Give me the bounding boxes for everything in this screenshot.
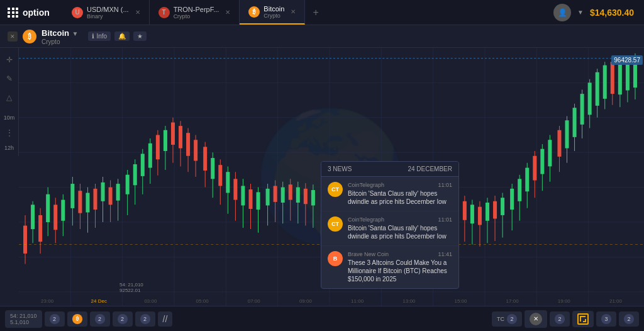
symbol-bar: ✕ ₿ Bitcoin ▼ Crypto ℹ Info 🔔 ★ — [0, 25, 644, 48]
chart-area[interactable]: 🌍 96428.57 — [19, 48, 644, 306]
svg-rect-168 — [603, 65, 607, 99]
sidebar-draw[interactable]: ✎ — [3, 72, 16, 86]
svg-rect-48 — [133, 164, 137, 185]
bottom-badge-count-3: 2 — [118, 314, 128, 324]
news-icon-3: B — [328, 251, 343, 266]
tab-close-tron[interactable]: ✕ — [225, 9, 230, 16]
svg-rect-158 — [565, 120, 569, 148]
svg-rect-134 — [470, 205, 474, 223]
svg-rect-76 — [241, 186, 245, 205]
nav-right: 👤 ▼ $14,630.40 — [543, 4, 644, 21]
bottom-badge-count-2: 2 — [95, 314, 105, 324]
sidebar-crosshair[interactable]: ✛ — [3, 53, 16, 67]
bottom-badge-count-7: 2 — [624, 314, 634, 324]
tab-label-usdmxn: USD/MXN (... Binary — [87, 6, 129, 20]
news-meta-1: CoinTelegraph 11:01 — [348, 182, 452, 188]
svg-rect-144 — [510, 189, 514, 210]
logo-icon — [8, 8, 19, 18]
left-sidebar: ✛ ✎ △ 10m ⋮ 12h — [0, 48, 19, 156]
svg-rect-30 — [61, 200, 65, 221]
bell-icon: 🔔 — [118, 33, 126, 40]
bottom-price-info[interactable]: 54: 21,0105.1,010 — [5, 310, 42, 328]
svg-rect-54 — [156, 135, 160, 160]
bottom-badge-2-3[interactable]: 2 — [113, 311, 133, 327]
news-item-2[interactable]: CT CoinTelegraph 11:01 Bitcoin 'Santa Cl… — [321, 211, 458, 246]
bottom-badge-2-4[interactable]: 2 — [135, 311, 155, 327]
news-source-1: CoinTelegraph — [348, 182, 384, 188]
logo[interactable]: option — [0, 8, 63, 18]
svg-rect-50 — [141, 154, 145, 176]
svg-rect-156 — [557, 130, 561, 157]
news-item-3[interactable]: B Brave New Coin 11:41 These 3 Altcoins … — [321, 246, 458, 288]
bottom-badge-3[interactable]: 3 — [596, 311, 616, 327]
sidebar-timeframe-10m[interactable]: 10m — [4, 115, 15, 121]
tab-bitcoin[interactable]: ₿ Bitcoin Crypto ✕ — [240, 0, 305, 25]
svg-rect-138 — [486, 203, 489, 221]
chart-price-display: 54: 21,010 92522.01 — [119, 282, 143, 293]
bottom-badge-2-5[interactable]: 2 — [550, 311, 570, 327]
bottom-badge-2-2[interactable]: 2 — [90, 311, 110, 327]
tab-tron[interactable]: T TRON-PerpF... Crypto ✕ — [150, 0, 240, 25]
bottom-yellow-corner[interactable] — [572, 311, 594, 327]
time-tick-11: 19:00 — [538, 298, 590, 304]
bottom-badge-count-1: 2 — [50, 314, 60, 324]
svg-rect-86 — [281, 188, 285, 203]
bottom-slash-item[interactable]: // — [158, 311, 173, 327]
svg-rect-136 — [478, 207, 482, 225]
favorite-button[interactable]: ★ — [133, 31, 147, 41]
svg-rect-44 — [116, 184, 120, 201]
user-dropdown-arrow[interactable]: ▼ — [577, 9, 584, 16]
symbol-close-button[interactable]: ✕ — [8, 31, 18, 42]
svg-rect-72 — [226, 172, 230, 193]
svg-rect-66 — [203, 147, 207, 171]
svg-rect-32 — [70, 184, 74, 208]
svg-rect-24 — [38, 215, 42, 242]
svg-rect-38 — [93, 189, 97, 210]
news-item-1[interactable]: CT CoinTelegraph 11:01 Bitcoin 'Santa Cl… — [321, 177, 458, 211]
sidebar-timeframe-12h[interactable]: 12h — [4, 145, 14, 151]
notifications-button[interactable]: 🔔 — [114, 31, 130, 41]
sidebar-shapes[interactable]: △ — [3, 91, 16, 104]
news-title-1: Bitcoin 'Santa Claus rally' hopes dwindl… — [348, 189, 452, 206]
news-meta-2: CoinTelegraph 11:01 — [348, 216, 452, 223]
tab-close-bitcoin[interactable]: ✕ — [291, 8, 296, 15]
svg-rect-70 — [218, 165, 222, 186]
bottom-price-small: 54: 21,0105.1,010 — [10, 313, 37, 325]
news-icon-1: CT — [328, 182, 343, 197]
svg-rect-60 — [179, 126, 182, 148]
symbol-dropdown-arrow[interactable]: ▼ — [72, 30, 79, 37]
news-popup[interactable]: 3 NEWS 24 DECEMBER CT CoinTelegraph 11:0… — [321, 161, 459, 289]
svg-rect-74 — [233, 179, 237, 199]
news-time-3: 11:41 — [438, 251, 452, 257]
sidebar-more[interactable]: ⋮ — [3, 126, 16, 140]
time-axis: 23:00 24 Dec 03:00 05:00 07:00 09:00 11:… — [19, 296, 644, 306]
news-source-3: Brave New Coin — [348, 251, 389, 257]
bottom-close-circle[interactable]: ✕ — [525, 310, 547, 328]
user-avatar[interactable]: 👤 — [553, 4, 571, 21]
svg-rect-68 — [211, 158, 214, 179]
bottom-x-icon[interactable]: ✕ — [530, 313, 542, 325]
bottom-tc-item[interactable]: TC 2 — [492, 311, 522, 327]
time-tick-3: 03:00 — [125, 298, 176, 304]
svg-rect-172 — [618, 64, 622, 94]
svg-rect-150 — [533, 156, 536, 181]
bitcoin-symbol-icon: ₿ — [23, 30, 36, 43]
tab-label-bitcoin: Bitcoin Crypto — [264, 5, 284, 19]
time-tick-10: 17:00 — [487, 298, 538, 304]
bottom-btc-item[interactable]: ₿ — [67, 311, 87, 327]
tab-close-usdmxn[interactable]: ✕ — [135, 9, 140, 16]
tab-usdmxn[interactable]: U USD/MXN (... Binary ✕ — [63, 0, 150, 25]
svg-rect-56 — [164, 130, 167, 151]
info-button[interactable]: ℹ Info — [88, 31, 111, 41]
time-tick-4: 05:00 — [177, 298, 228, 304]
svg-rect-94 — [311, 190, 315, 205]
current-price-label: 96428.57 — [611, 55, 643, 65]
news-popup-header: 3 NEWS 24 DECEMBER — [321, 162, 458, 177]
add-tab-button[interactable]: + — [305, 0, 326, 25]
bottom-badge-2-left[interactable]: 2 — [45, 311, 65, 327]
bottom-badge-2-last[interactable]: 2 — [619, 311, 639, 327]
svg-rect-170 — [611, 62, 614, 94]
logo-text: option — [23, 8, 50, 18]
time-tick-9: 15:00 — [435, 298, 486, 304]
svg-rect-40 — [101, 182, 105, 201]
